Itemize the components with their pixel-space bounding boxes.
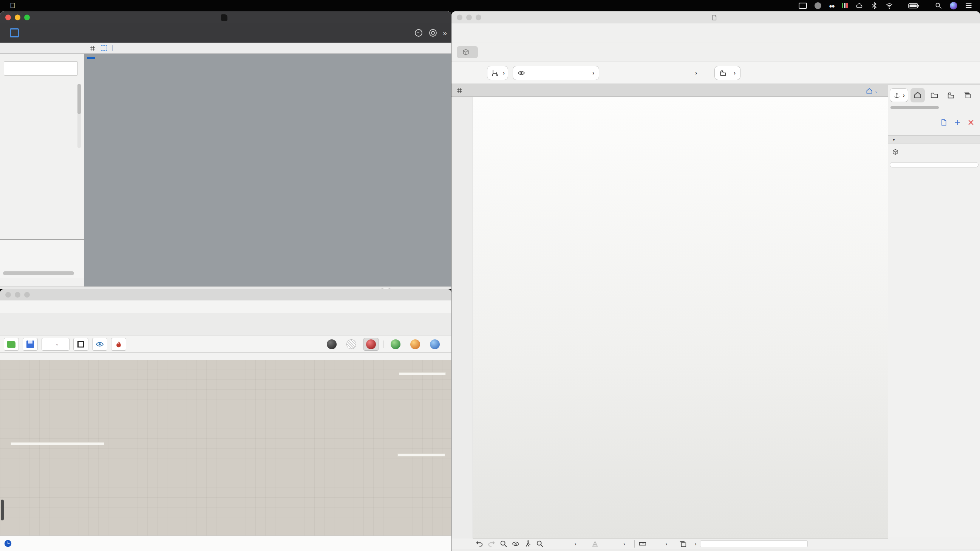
close-button[interactable]: [5, 292, 11, 298]
zoom-button[interactable]: [24, 292, 30, 298]
tab-overview-icon[interactable]: [456, 87, 463, 94]
notification-center-icon[interactable]: [965, 2, 972, 10]
wifi-icon[interactable]: [886, 2, 893, 10]
pen-set-select[interactable]: ›: [714, 66, 740, 80]
fit-in-window-icon[interactable]: [536, 540, 544, 548]
open-file-button[interactable]: [4, 338, 19, 351]
tracker-input[interactable]: [700, 540, 808, 547]
tree-h-scrollbar[interactable]: [891, 106, 939, 109]
zoom-back-icon[interactable]: [475, 540, 484, 548]
explore-walk-icon[interactable]: [523, 540, 532, 548]
pan-circle-icon[interactable]: [414, 28, 423, 37]
zoom-in-icon[interactable]: [500, 540, 508, 548]
bluetooth-icon[interactable]: [870, 2, 878, 10]
save-file-button[interactable]: [23, 338, 38, 351]
spotlight-search-icon[interactable]: [935, 2, 942, 10]
canvas-v-scrollbar[interactable]: [1, 500, 4, 521]
settings-button[interactable]: [890, 162, 978, 167]
navigator-tree-button[interactable]: ›: [890, 88, 908, 102]
layer-combination-icon[interactable]: [679, 540, 687, 548]
bake-button[interactable]: [111, 338, 126, 351]
selected-only-gem[interactable]: [388, 338, 403, 351]
minimize-button[interactable]: [15, 292, 21, 298]
preview-off-gem[interactable]: [324, 338, 339, 351]
viewport-single-icon[interactable]: [101, 45, 107, 51]
cloud-sync-icon[interactable]: [855, 2, 863, 10]
layer-select[interactable]: ›: [513, 66, 599, 80]
canvas-zoom-select[interactable]: ⌄: [41, 338, 70, 351]
grasshopper-menu-tabs: [0, 301, 452, 313]
archicad-statusbar: [452, 549, 980, 551]
rhino-panel-icon[interactable]: [10, 28, 19, 37]
minimize-button[interactable]: [15, 15, 21, 21]
screen-mirroring-icon[interactable]: [799, 3, 807, 9]
archicad-titlebar[interactable]: [452, 11, 980, 24]
siri-icon[interactable]: [950, 2, 957, 10]
grasshopper-titlebar[interactable]: [0, 289, 452, 301]
rhino-viewport-tabs: |: [0, 42, 452, 54]
archicad-settings-row: › › › ›: [452, 62, 980, 84]
canvas-note-bushes: [398, 454, 445, 457]
preview-shaded-gem[interactable]: [363, 338, 379, 351]
zoom-button[interactable]: [24, 15, 30, 21]
minimize-button[interactable]: [466, 15, 472, 21]
delete-view-icon[interactable]: [967, 119, 975, 126]
close-button[interactable]: [457, 15, 463, 21]
scale-icon[interactable]: [638, 540, 647, 548]
rhino-perspective-viewport[interactable]: [84, 54, 452, 287]
rhino-titlebar[interactable]: [0, 11, 452, 24]
viewport-title-badge[interactable]: [87, 57, 95, 59]
navigator-layouts-button[interactable]: [944, 88, 958, 102]
grasshopper-window: ⌄: [0, 289, 452, 551]
navigator-panel: › ▼: [888, 85, 980, 537]
zoom-chevron[interactable]: ›: [574, 541, 576, 547]
desktop:  ●●: [0, 0, 980, 551]
layer-combination-chevron[interactable]: ›: [695, 541, 696, 547]
rhino-doc-icon: [221, 14, 228, 21]
grasshopper-canvas[interactable]: [0, 360, 452, 535]
docked-gem[interactable]: [427, 338, 442, 351]
zoom-extents-button[interactable]: [73, 338, 88, 351]
target-circle-icon[interactable]: [428, 28, 438, 37]
archicad-toolbar-main: [452, 24, 980, 42]
grasshopper-statusbar: [0, 535, 452, 551]
rhino-osnap-toolbar: »: [0, 24, 452, 42]
orientation-icon[interactable]: [591, 540, 599, 548]
toolbar-overflow-chevron[interactable]: »: [443, 29, 447, 37]
archicad-bottom-bar: › › › ›: [473, 538, 888, 549]
canvas-note-hangings: [399, 372, 446, 375]
close-button[interactable]: [5, 15, 11, 21]
apple-menu-icon[interactable]: : [10, 2, 15, 10]
object-chevron[interactable]: ›: [695, 70, 697, 76]
perspective-icon: [892, 148, 899, 155]
archicad-toolbar-3d: [452, 42, 980, 62]
navigator-publisher-button[interactable]: [960, 88, 975, 102]
orbit-icon[interactable]: [512, 540, 520, 548]
quick-options-house-icon[interactable]: ⌄: [865, 87, 878, 95]
creative-cloud-icon[interactable]: [815, 2, 821, 9]
preview-wire-gem[interactable]: [344, 338, 359, 351]
zoom-button[interactable]: [476, 15, 481, 21]
istat-bars-icon[interactable]: [842, 3, 848, 8]
window-controls: [5, 15, 30, 21]
navigator-views-button[interactable]: [927, 88, 942, 102]
3d-window-button[interactable]: [457, 46, 478, 58]
view-settings-icon[interactable]: [940, 119, 948, 126]
solver-clock-icon: [4, 539, 12, 548]
canvas-note-steps: [11, 442, 104, 445]
palette-scrollbar[interactable]: [78, 84, 81, 148]
tool-default-button[interactable]: ›: [487, 66, 508, 80]
properties-header[interactable]: ▼: [888, 135, 980, 144]
panel-h-scrollbar[interactable]: [3, 271, 74, 275]
orientation-chevron[interactable]: ›: [624, 541, 625, 547]
viewport-grid-icon[interactable]: [89, 45, 96, 52]
new-view-icon[interactable]: [953, 119, 961, 126]
preview-eye-button[interactable]: [92, 338, 107, 351]
overlay-gem[interactable]: [408, 338, 423, 351]
zoom-forward-icon[interactable]: [487, 540, 496, 548]
app-dots-icon[interactable]: ●●: [829, 3, 834, 9]
navigator-stories-button[interactable]: [910, 88, 925, 102]
scale-chevron[interactable]: ›: [666, 541, 667, 547]
archicad-3d-viewport[interactable]: [473, 97, 888, 538]
command-input[interactable]: [4, 61, 78, 76]
